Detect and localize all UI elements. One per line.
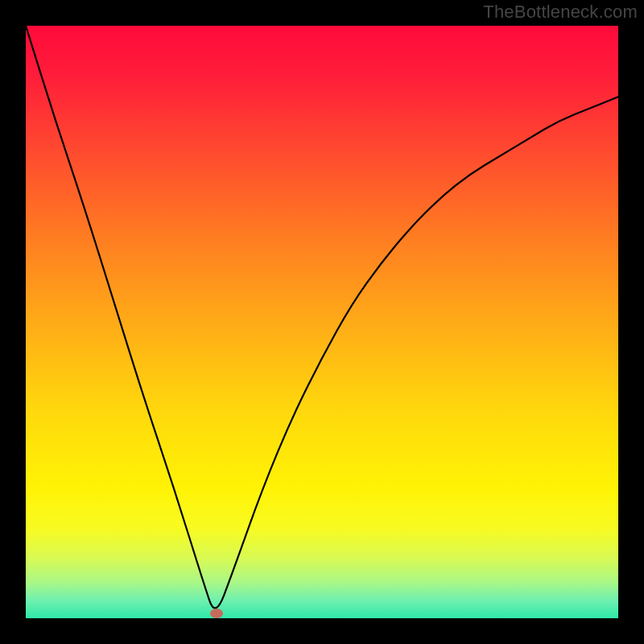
gradient-background <box>26 26 618 618</box>
bottleneck-curve-chart <box>26 26 618 618</box>
optimal-point-marker <box>210 609 223 618</box>
watermark-text: TheBottleneck.com <box>483 2 638 23</box>
chart-frame: TheBottleneck.com <box>0 0 644 644</box>
plot-area <box>26 26 618 618</box>
